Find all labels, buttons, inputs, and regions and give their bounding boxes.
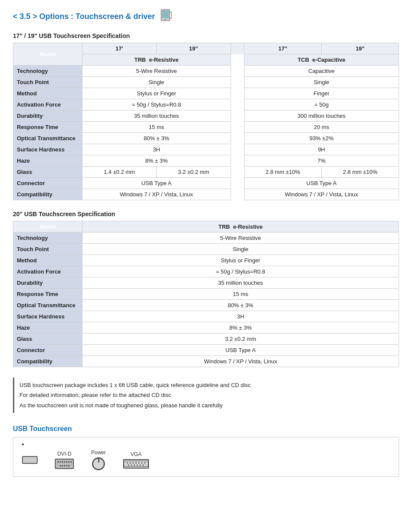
power-icon xyxy=(92,457,105,470)
cell-trb: = 50g / Stylus=R0.8 xyxy=(82,99,231,110)
model2-value: TRB e-Resistive xyxy=(82,221,399,233)
col-17-trb: 17' xyxy=(82,43,157,54)
table-row: CompatibilityWindows 7 / XP / Vista, Lin… xyxy=(13,189,399,200)
row-label: Activation Force xyxy=(13,99,82,110)
note-item: For detailed information, please refer t… xyxy=(19,390,394,400)
table-row: Surface Hardness3H9H xyxy=(13,144,399,155)
table-row: Optical Transmittance80% ± 3%93% ±2% xyxy=(13,133,399,144)
cell-tcb: 7% xyxy=(244,155,399,167)
svg-rect-1 xyxy=(162,10,169,18)
notes-section: USB touchscreen package includes 1 x 6ft… xyxy=(13,378,399,413)
col-19-trb: 19" xyxy=(156,43,231,54)
spacer xyxy=(231,144,244,155)
svg-point-12 xyxy=(131,465,132,466)
cell-trb: USB Type A xyxy=(82,178,231,189)
p4 xyxy=(64,461,65,463)
p3 xyxy=(62,461,63,463)
spacer xyxy=(231,167,244,178)
row-value: Single xyxy=(82,244,399,255)
row-value: 15 ms xyxy=(82,289,399,300)
table-row: Touch PointSingle xyxy=(13,244,399,255)
spacer xyxy=(231,133,244,144)
connector-dvi-d: DVI-D xyxy=(55,451,74,469)
table-row: Haze8% ± 3% xyxy=(13,322,399,334)
model2-cell: Model xyxy=(13,221,82,233)
svg-point-13 xyxy=(134,465,135,466)
table-17-19: Model 17' 19" 17" 19" TRB e-Resistive TC… xyxy=(13,43,399,200)
table-row: Optical Transmittance80% ± 3% xyxy=(13,300,399,311)
spacer xyxy=(231,155,244,167)
cell-tcb: Windows 7 / XP / Vista, Linux xyxy=(244,189,399,200)
section1-title: 17" / 19" USB Touchscreen Specification xyxy=(13,32,399,39)
vga-label: VGA xyxy=(130,451,141,457)
p6 xyxy=(68,461,70,463)
p9 xyxy=(62,465,63,466)
table-row: Surface Hardness3H xyxy=(13,311,399,322)
table2-body: Technology5-Wire ResistiveTouch PointSin… xyxy=(13,233,399,367)
row-label: Touch Point xyxy=(13,244,82,255)
svg-point-9 xyxy=(141,463,143,464)
table-row: ConnectorUSB Type A xyxy=(13,345,399,356)
cell-trb: 5-Wire Resistive xyxy=(82,66,231,77)
table-row: Touch PointSingleSingle xyxy=(13,77,399,88)
table-row: Activation Force= 50g / Stylus=R0.8 xyxy=(13,266,399,277)
svg-point-2 xyxy=(165,19,166,20)
row-label: Compatibility xyxy=(13,189,82,200)
model-cell: Model xyxy=(13,43,82,66)
row-label: Technology xyxy=(13,233,82,244)
spacer xyxy=(231,77,244,88)
top-indicator xyxy=(22,444,390,445)
cell-tcb: Finger xyxy=(244,88,399,99)
row-value: 3H xyxy=(82,311,399,322)
cell-trb-17: 1.4 ±0.2 mm xyxy=(82,167,157,178)
trb-label: TRB e-Resistive xyxy=(82,54,231,66)
row-value: 5-Wire Resistive xyxy=(82,233,399,244)
row-value: USB Type A xyxy=(82,345,399,356)
table1-body: Technology5-Wire ResistiveCapacitiveTouc… xyxy=(13,66,399,200)
power-label: Power xyxy=(91,450,106,456)
col-17-tcb: 17" xyxy=(244,43,321,54)
table-row: MethodStylus or Finger xyxy=(13,255,399,266)
dot1 xyxy=(22,444,24,445)
table-row: Haze8% ± 3%7% xyxy=(13,155,399,167)
row-label: Optical Transmittance xyxy=(13,133,82,144)
spacer xyxy=(231,88,244,99)
row-label: Method xyxy=(13,255,82,266)
note-item: As the touchscreen unit is not made of t… xyxy=(19,400,394,410)
row-value: Stylus or Finger xyxy=(82,255,399,266)
row-label: Connector xyxy=(13,345,82,356)
title-text: < 3.5 > Options : Touchscreen & driver xyxy=(13,12,155,21)
p1 xyxy=(57,461,59,463)
row-label: Response Time xyxy=(13,122,82,133)
connector-usb xyxy=(22,456,38,464)
usb-section-title: USB Touchscreen xyxy=(13,425,399,433)
svg-point-6 xyxy=(133,463,134,464)
table-row: Technology5-Wire ResistiveCapacitive xyxy=(13,66,399,77)
touchscreen-icon xyxy=(159,9,173,25)
svg-point-14 xyxy=(136,465,138,466)
table2-header-row: Model TRB e-Resistive xyxy=(13,221,399,233)
row-label: Surface Hardness xyxy=(13,311,82,322)
row-label: Touch Point xyxy=(13,77,82,88)
row-value: Windows 7 / XP / Vista, Linux xyxy=(82,356,399,367)
svg-point-11 xyxy=(128,465,129,466)
table-20: Model TRB e-Resistive Technology5-Wire R… xyxy=(13,221,399,367)
row-value: = 50g / Stylus=R0.8 xyxy=(82,266,399,277)
cell-trb: 35 million touches xyxy=(82,110,231,122)
row-label: Haze xyxy=(13,322,82,334)
cell-tcb: = 50g xyxy=(244,99,399,110)
cell-trb: Windows 7 / XP / Vista, Linux xyxy=(82,189,231,200)
dvi-label: DVI-D xyxy=(57,451,72,457)
col-19-tcb: 19" xyxy=(321,43,399,54)
spacer xyxy=(231,122,244,133)
table-row: Durability35 million touches xyxy=(13,277,399,289)
row-label: Durability xyxy=(13,110,82,122)
usb-connector-icon xyxy=(22,456,38,464)
spacer xyxy=(231,189,244,200)
connector-power: Power xyxy=(91,450,106,470)
tcb-label: TCB e-Capacitive xyxy=(244,54,399,66)
note-item: USB touchscreen package includes 1 x 6ft… xyxy=(19,380,394,390)
p8 xyxy=(60,465,61,466)
row-label: Glass xyxy=(13,334,82,345)
usb-box: DVI-D Power VGA xyxy=(13,437,399,477)
